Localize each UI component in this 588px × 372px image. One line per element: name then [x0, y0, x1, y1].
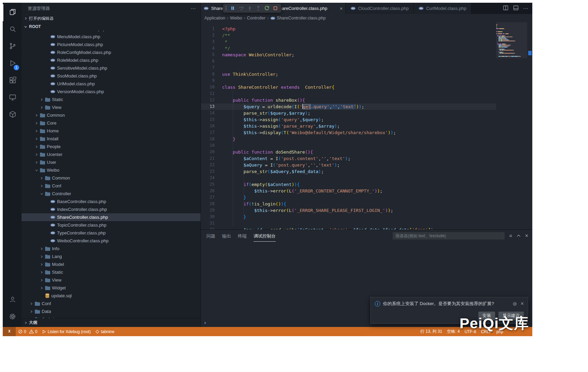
tree-item-basecontroller-class-php[interactable]: phpBaseController.class.php: [22, 198, 201, 205]
activity-extensions[interactable]: [3, 72, 22, 89]
editor-group: phpShareController.class.phpShareControl…: [201, 3, 532, 327]
tree-item-model[interactable]: Model: [22, 260, 201, 268]
tree-item-people[interactable]: People: [22, 143, 201, 151]
panel-filter-input[interactable]: [392, 232, 505, 240]
code-line-29: 29 $this->error(L('_ERROR_SHARE_PLEASE_F…: [201, 207, 496, 214]
breadcrumb-item[interactable]: Application: [204, 16, 225, 20]
code-line-3: 3 *: [201, 39, 496, 45]
more-actions-icon[interactable]: ⋯: [191, 5, 196, 12]
tree-item-lang[interactable]: Lang: [22, 253, 201, 260]
breadcrumb-item[interactable]: Controller: [247, 16, 265, 20]
status-problems[interactable]: 0 0: [16, 327, 40, 336]
activity-search[interactable]: [3, 21, 22, 38]
chevron-right-icon: [40, 247, 43, 250]
step-over-button[interactable]: [237, 4, 245, 12]
tab-curlmodel-class-php[interactable]: phpCurlModel.class.php: [414, 3, 471, 14]
tree-item-ssomodel-class-php[interactable]: phpSsoModel.class.php: [22, 72, 201, 80]
tree-item-conf[interactable]: Conf: [22, 182, 201, 190]
tree-item-menumodel-class-php[interactable]: phpMenuModel.class.php: [22, 33, 201, 41]
section-label: ROOT: [29, 24, 41, 29]
panel-tab-problems[interactable]: 问题: [206, 230, 215, 242]
status-indentation[interactable]: 空格: 4: [445, 329, 462, 334]
remote-indicator[interactable]: [3, 327, 16, 336]
tree-item-sensitivemodel-class-php[interactable]: phpSensitiveModel.class.php: [22, 64, 201, 72]
section-root[interactable]: ROOT: [22, 23, 201, 31]
activity-run-debug[interactable]: 1: [3, 55, 22, 72]
step-out-button[interactable]: [255, 4, 262, 12]
section-label: 大纲: [29, 320, 37, 326]
status-language[interactable]: php: [494, 329, 506, 334]
pause-button[interactable]: [229, 4, 236, 12]
close-panel-icon[interactable]: ×: [525, 233, 528, 239]
tree-item-weibocontroller-class-php[interactable]: phpWeiboController.class.php: [22, 237, 201, 245]
activity-docker[interactable]: [3, 106, 22, 124]
tree-item-view[interactable]: View: [22, 276, 201, 284]
tree-item-data[interactable]: Data: [22, 307, 201, 315]
breadcrumb-item[interactable]: ShareController.class.php: [277, 16, 326, 20]
tree-item-versionmodel-class-php[interactable]: phpVersionModel.class.php: [22, 88, 201, 96]
show-recommendations-button[interactable]: 显示建议: [498, 312, 524, 320]
split-editor-icon[interactable]: [503, 5, 509, 12]
tree-item-static[interactable]: Static: [22, 268, 201, 276]
notification-settings-icon[interactable]: [512, 301, 517, 307]
panel-tab-debug-console[interactable]: 调试控制台: [254, 230, 276, 242]
panel-tab-output[interactable]: 输出: [222, 230, 231, 242]
install-button[interactable]: 安装: [478, 312, 495, 320]
status-encoding[interactable]: UTF-8: [462, 329, 479, 334]
tree-item-view[interactable]: View: [22, 103, 201, 111]
tree-item-typecontroller-class-php[interactable]: phpTypeController.class.php: [22, 229, 201, 237]
code-line-31: 31: [201, 220, 496, 227]
minimap[interactable]: [496, 22, 527, 229]
status-eol[interactable]: CRLF: [479, 329, 494, 334]
drag-handle-icon[interactable]: [224, 5, 228, 11]
tree-item-install[interactable]: Install: [22, 135, 201, 143]
gear-icon: [9, 313, 16, 322]
tree-item-sharecontroller-class-php[interactable]: phpShareController.class.php: [22, 213, 201, 221]
panel-tab-terminal[interactable]: 终端: [238, 230, 247, 242]
tree-item-urlmodel-class-php[interactable]: phpUrlModel.class.php: [22, 80, 201, 88]
stop-button[interactable]: [272, 4, 279, 12]
status-cursor-position[interactable]: 行 13, 列 31: [418, 329, 445, 334]
tree-item-static[interactable]: Static: [22, 96, 201, 103]
tree-item-home[interactable]: Home: [22, 127, 201, 135]
activity-account[interactable]: [3, 291, 22, 309]
tree-item-update-sql[interactable]: update.sql: [22, 292, 201, 300]
tree-item-info[interactable]: Info: [22, 245, 201, 253]
status-debug-config[interactable]: Listen for Xdebug (root): [40, 327, 93, 336]
tree-item-indexcontroller-class-php[interactable]: phpIndexController.class.php: [22, 205, 201, 213]
tree-item-core[interactable]: Core: [22, 119, 201, 127]
svg-text:php: php: [51, 201, 54, 202]
step-into-button[interactable]: [246, 4, 254, 12]
breadcrumb-item[interactable]: Weibo: [230, 16, 242, 20]
tree-item-rolemodel-class-php[interactable]: phpRoleModel.class.php: [22, 56, 201, 64]
tree-item-conf[interactable]: Conf: [22, 300, 201, 307]
tree-item-weibo[interactable]: Weibo: [22, 166, 201, 174]
code-editor[interactable]: 1<?php2/**3 *4 */5namespace Weibo\Contro…: [201, 22, 532, 229]
activity-settings[interactable]: [3, 309, 22, 326]
tree-item-opapi[interactable]: OpApi: [22, 315, 201, 318]
activity-explorer[interactable]: [3, 4, 22, 21]
more-actions-icon[interactable]: ⋯: [523, 5, 528, 12]
section-outline[interactable]: 大纲: [22, 318, 201, 327]
filter-lines-icon[interactable]: ≡: [509, 233, 512, 239]
tree-item-ucenter[interactable]: Ucenter: [22, 151, 201, 158]
tree-item-widget[interactable]: Widget: [22, 284, 201, 292]
activity-source-control[interactable]: [3, 38, 22, 55]
notification-close-icon[interactable]: ×: [521, 301, 524, 307]
tree-item-common[interactable]: Common: [22, 111, 201, 119]
activity-remote-explorer[interactable]: [3, 89, 22, 106]
editor-layout-icon[interactable]: [513, 5, 519, 12]
tree-item-user[interactable]: User: [22, 158, 201, 166]
maximize-panel-icon[interactable]: [516, 233, 521, 238]
tree-item-topiccontroller-class-php[interactable]: phpTopicController.class.php: [22, 221, 201, 229]
restart-button[interactable]: [263, 4, 271, 12]
tree-item-roleconfigmodel-class-php[interactable]: phpRoleConfigModel.class.php: [22, 48, 201, 56]
code-line-9: 9: [201, 77, 496, 84]
section-open-editors[interactable]: 打开的编辑器: [22, 14, 201, 23]
tree-item-picturemodel-class-php[interactable]: phpPictureModel.class.php: [22, 41, 201, 48]
status-tabnine[interactable]: tabnine: [93, 327, 117, 336]
tree-item-common[interactable]: Common: [22, 174, 201, 182]
close-tab-icon[interactable]: ×: [340, 5, 343, 11]
tab-cloudcontroller-class-php[interactable]: phpCloudController.class.php: [346, 3, 414, 14]
tree-item-controller[interactable]: Controller: [22, 190, 201, 198]
